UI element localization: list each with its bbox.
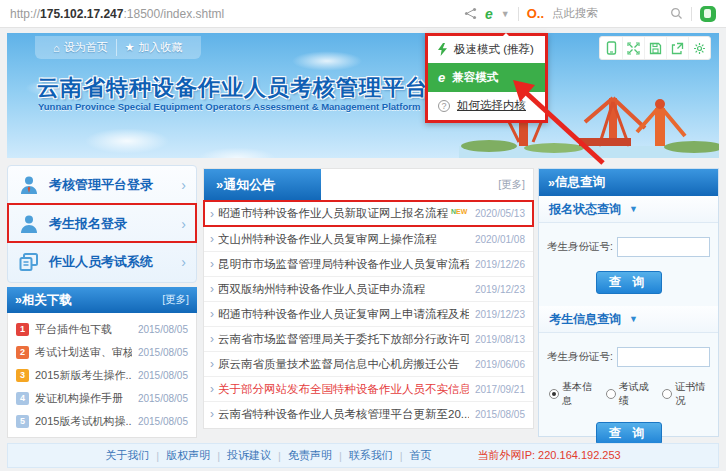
info-query-button[interactable]: 查 询 [596,422,662,445]
share-icon[interactable] [464,7,477,20]
download-item[interactable]: 2考试计划送审、审核 ...2015/08/05 [8,341,196,364]
notices-more-link[interactable]: [更多] [498,178,533,192]
external-ip-text: 当前外网IP: 220.164.192.253 [478,448,621,463]
notices-header: 通知公告 [更多] [204,169,533,201]
help-circle-icon: ? [438,100,450,112]
banner-toolbar [599,36,711,60]
download-item[interactable]: 32015新版考生操作...2015/08/05 [8,364,196,387]
footer-link-contact[interactable]: 联系我们 [349,448,393,463]
notice-item[interactable]: ›云南省特种设备作业人员考核管理平台更新至20...2015/08/05 [204,401,533,426]
search-input[interactable]: 点此搜索 [552,6,662,21]
annotation-arrow [505,76,615,171]
site-subtitle: Yunnan Province Special Equipment Operat… [38,101,420,112]
footer-link-complaint[interactable]: 投诉建议 [227,448,271,463]
notice-item[interactable]: ›原云南省质量技术监督局信息中心机房搬迁公告2019/06/06 [204,351,533,376]
caret-icon: › [210,307,214,321]
sidebar-item-exam-system[interactable]: 作业人员考试系统› [8,242,196,280]
id-number-label: 考生身份证号: [547,240,613,254]
info-type-radios: 基本信息 考试成绩 证书情况 [547,380,710,408]
share-page-icon[interactable] [666,37,688,59]
caret-icon: › [210,357,214,371]
mode-dropdown-arrow-icon[interactable]: ▼ [501,9,510,19]
browser-address-bar: http://175.102.17.247:18500/index.shtml … [0,0,726,28]
notice-item[interactable]: ›云南省市场监督管理局关于委托下放部分行政许可...2019/08/13 [204,326,533,351]
caret-icon: › [210,332,214,346]
radio-selected-icon [549,389,559,399]
notice-item[interactable]: ›昭通市特种设备作业人员证复审网上申请流程及相...2019/12/23 [204,301,533,326]
notice-item[interactable]: ›昆明市市场监督管理局特种设备作业人员复审流程...2019/12/26 [204,251,533,276]
id-number-label: 考生身份证号: [547,350,613,364]
signup-query-button[interactable]: 查 询 [596,271,662,294]
radio-exam-score[interactable]: 考试成绩 [606,380,654,408]
login-panel: 考核管理平台登录› 考生报名登录› 作业人员考试系统› [7,165,197,283]
double-chevron-icon [216,177,223,192]
ie-compat-icon: e [438,70,445,85]
radio-icon [606,389,616,399]
radio-basic-info[interactable]: 基本信息 [549,380,597,408]
set-home-link[interactable]: ⌂设为首页 [45,39,116,56]
fullscreen-icon[interactable] [622,37,644,59]
section-signup-status[interactable]: 报名状态查询 ▼ [539,196,718,223]
caret-icon: › [210,207,214,221]
chevron-right-icon: › [181,216,186,232]
caret-icon: › [210,282,214,296]
notices-panel: 通知公告 [更多] ›昭通市特种设备作业人员新取证网上报名流程NEW2020/0… [203,168,534,429]
divider: | [278,450,281,462]
notice-item[interactable]: ›关于部分网站发布全国特种设备作业人员不实信息...2017/09/21 [204,376,533,401]
download-item[interactable]: 1平台插件包下载2015/08/05 [8,318,196,341]
download-item[interactable]: 4发证机构操作手册2015/08/05 [8,387,196,410]
signup-id-input[interactable] [617,237,710,257]
save-icon[interactable] [644,37,666,59]
download-item[interactable]: 52015版考试机构操...2015/08/05 [8,410,196,433]
info-id-input[interactable] [617,347,710,367]
rank-badge: 1 [16,323,29,336]
footer: 关于我们| 版权声明| 投诉建议| 免责声明| 联系我们| 首页 当前外网IP:… [7,443,719,468]
browser-mode-icon[interactable]: e [485,6,493,22]
url-text[interactable]: http://175.102.17.247:18500/index.shtml [10,7,224,21]
rank-badge: 4 [16,392,29,405]
query-panel: 信息查询 报名状态查询 ▼ 考生身份证号: 查 询 考生信息查询 ▼ 考生身份证… [538,168,719,437]
notice-item[interactable]: ›昭通市特种设备作业人员新取证网上报名流程NEW2020/05/13 [204,201,533,226]
settings-gear-icon[interactable] [688,37,710,59]
divider: | [156,450,159,462]
downloads-more-link[interactable]: [更多] [162,293,189,307]
sidebar-item-candidate-login[interactable]: 考生报名登录› [8,204,196,242]
monitor-icon [18,251,40,273]
double-chevron-icon [548,176,555,190]
divider: | [217,450,220,462]
search-icon[interactable] [670,7,683,20]
divider: | [339,450,342,462]
caret-icon: › [210,232,214,246]
person-icon [18,213,40,235]
query-header: 信息查询 [539,169,718,196]
divider [518,7,519,21]
star-icon: ★ [125,41,135,54]
rank-badge: 5 [16,415,29,428]
lightning-icon [438,43,447,56]
mobile-view-icon[interactable] [600,37,622,59]
notice-item[interactable]: ›西双版纳州特种设备作业人员证申办流程2019/12/23 [204,276,533,301]
footer-link-home[interactable]: 首页 [410,448,432,463]
browser-logo-icon[interactable] [700,6,716,22]
home-icon: ⌂ [53,42,60,54]
divider [691,7,692,21]
notice-item[interactable]: ›文山州特种设备作业人员复审网上操作流程2020/01/08 [204,226,533,251]
divider: | [400,450,403,462]
tab-notices[interactable]: 通知公告 [204,169,321,200]
chevron-down-icon: ▼ [629,204,638,214]
menu-item-speed-mode[interactable]: 极速模式 (推荐) [428,36,545,63]
add-favorite-link[interactable]: ★加入收藏 [116,39,191,56]
footer-link-disclaimer[interactable]: 免责声明 [288,448,332,463]
footer-link-copyright[interactable]: 版权声明 [166,448,210,463]
radio-cert-status[interactable]: 证书情况 [662,380,710,408]
person-tie-icon [18,174,40,196]
site-title: 云南省特种设备作业人员考核管理平台 [37,73,428,103]
footer-link-about[interactable]: 关于我们 [105,448,149,463]
caret-icon: › [210,382,214,396]
rank-badge: 2 [16,346,29,359]
sidebar-item-admin-login[interactable]: 考核管理平台登录› [8,166,196,204]
rank-badge: 3 [16,369,29,382]
section-candidate-info[interactable]: 考生信息查询 ▼ [539,306,718,333]
chevron-right-icon: › [181,254,186,270]
quick-links: ⌂设为首页 ★加入收藏 [35,36,201,59]
